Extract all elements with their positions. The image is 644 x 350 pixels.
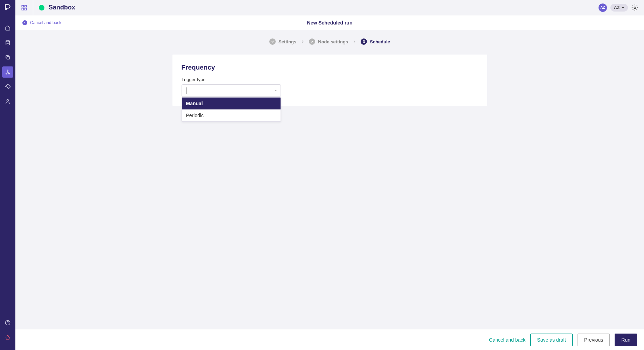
svg-point-0 <box>6 40 10 42</box>
svg-point-2 <box>7 70 8 71</box>
card-wrap: Frequency Trigger type Manual Periodic <box>15 55 644 350</box>
step-label: Schedule <box>370 39 390 44</box>
nav-home[interactable] <box>2 22 13 34</box>
cancel-and-back-link[interactable]: Cancel and back <box>22 20 61 25</box>
step-schedule[interactable]: 3 Schedule <box>361 38 390 45</box>
nav-workflow[interactable] <box>2 66 13 78</box>
run-button[interactable]: Run <box>615 334 637 346</box>
apps-menu-icon[interactable] <box>21 0 33 15</box>
step-settings[interactable]: Settings <box>269 38 296 45</box>
svg-rect-7 <box>22 5 23 7</box>
user-chip[interactable]: AZ <box>610 4 628 12</box>
trigger-type-select[interactable] <box>182 84 281 97</box>
subheader: Cancel and back New Scheduled run <box>15 15 644 30</box>
check-icon <box>269 38 276 45</box>
back-arrow-icon <box>22 20 27 25</box>
svg-rect-8 <box>25 5 27 7</box>
top-header: Sandbox AZ AZ <box>15 0 644 15</box>
nav-copy[interactable] <box>2 52 13 63</box>
trigger-type-dropdown: Manual Periodic <box>182 97 281 122</box>
workspace-title: Sandbox <box>49 4 75 11</box>
svg-point-11 <box>634 7 636 8</box>
text-cursor <box>186 87 186 94</box>
save-as-draft-button[interactable]: Save as draft <box>530 334 573 346</box>
previous-button[interactable]: Previous <box>578 334 610 346</box>
step-label: Node settings <box>318 39 348 44</box>
nav-user[interactable] <box>2 96 13 107</box>
cancel-and-back-label: Cancel and back <box>30 20 61 25</box>
nav-help[interactable] <box>2 317 13 328</box>
frequency-card: Frequency Trigger type Manual Periodic <box>172 55 487 106</box>
card-title: Frequency <box>182 64 478 71</box>
stepper-row: Settings Node settings 3 Schedule <box>15 30 644 55</box>
avatar-small[interactable]: AZ <box>599 3 607 12</box>
user-chip-label: AZ <box>614 5 620 10</box>
step-label: Settings <box>278 39 296 44</box>
chevron-down-icon <box>622 6 624 9</box>
left-sidebar <box>0 0 15 350</box>
svg-point-4 <box>9 73 10 74</box>
page-title: New Scheduled run <box>307 20 353 26</box>
svg-point-3 <box>6 73 7 74</box>
main-content: Cancel and back New Scheduled run Settin… <box>15 15 644 350</box>
cancel-and-back-button[interactable]: Cancel and back <box>489 337 525 343</box>
stepper: Settings Node settings 3 Schedule <box>269 38 390 45</box>
svg-rect-9 <box>22 8 23 10</box>
check-icon <box>309 38 315 45</box>
trigger-type-select-wrap: Manual Periodic <box>182 84 281 97</box>
chevron-right-icon <box>300 40 305 44</box>
app-logo[interactable] <box>3 3 12 11</box>
nav-rocket[interactable] <box>2 81 13 92</box>
svg-rect-1 <box>7 56 9 59</box>
trigger-type-label: Trigger type <box>182 77 478 82</box>
nav-database[interactable] <box>2 37 13 48</box>
status-indicator <box>39 5 44 10</box>
step-node-settings[interactable]: Node settings <box>309 38 348 45</box>
dropdown-option-periodic[interactable]: Periodic <box>182 109 281 121</box>
dropdown-option-manual[interactable]: Manual <box>182 98 281 109</box>
svg-rect-10 <box>25 8 27 10</box>
step-number-badge: 3 <box>361 38 367 45</box>
svg-point-5 <box>7 100 8 101</box>
chevron-right-icon <box>352 40 356 44</box>
nav-basket[interactable] <box>2 332 13 343</box>
footer-bar: Cancel and back Save as draft Previous R… <box>15 329 644 350</box>
settings-icon[interactable] <box>631 4 638 11</box>
